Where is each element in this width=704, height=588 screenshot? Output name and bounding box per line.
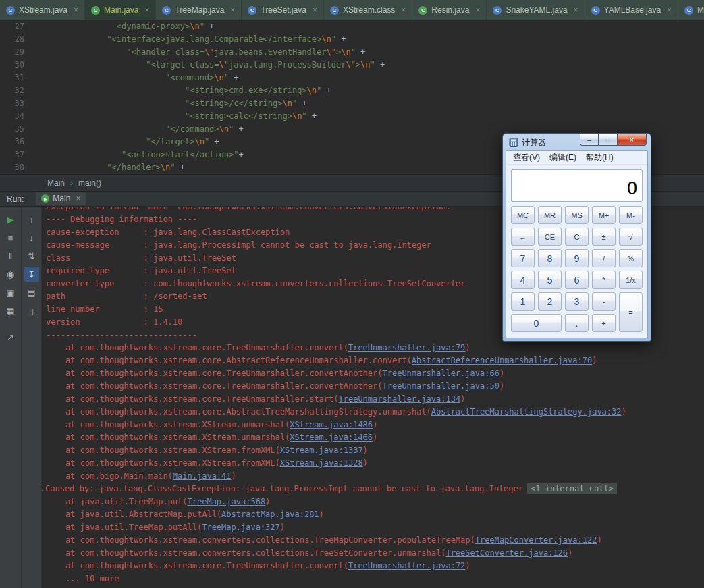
- calc-key-four[interactable]: 4: [511, 271, 535, 289]
- pause-icon[interactable]: ‖: [3, 248, 18, 263]
- calc-key-percent[interactable]: %: [619, 249, 643, 267]
- maximize-button[interactable]: □: [599, 134, 618, 146]
- stack-trace-link[interactable]: AbstractReferenceUnmarshaller.java:70: [412, 356, 592, 365]
- calc-key-backspace[interactable]: ←: [511, 228, 535, 246]
- view-menu[interactable]: 查看(V): [508, 151, 545, 165]
- stack-trace-link[interactable]: AbstractMap.java:281: [221, 510, 319, 519]
- calculator-title: 计算器: [522, 137, 546, 149]
- stack-trace-link[interactable]: XStream.java:1337: [280, 446, 363, 455]
- calc-key-plus[interactable]: +: [592, 314, 616, 332]
- minimize-button[interactable]: –: [580, 134, 599, 146]
- stack-trace-link[interactable]: TreeUnmarshaller.java:72: [348, 561, 465, 570]
- up-stack-icon[interactable]: ↑: [24, 212, 39, 227]
- stderr-text: ): [465, 561, 470, 570]
- calc-key-square-root[interactable]: √: [619, 228, 643, 246]
- run-tab-main[interactable]: ▶ Main ×: [36, 192, 86, 205]
- calc-key-eight[interactable]: 8: [538, 249, 562, 267]
- calc-key-subtract[interactable]: -: [592, 292, 616, 311]
- calc-key-decimal[interactable]: .: [565, 314, 589, 332]
- calc-key-memory-store[interactable]: MS: [565, 206, 589, 224]
- close-button[interactable]: ×: [618, 134, 647, 146]
- calc-key-reciprocal[interactable]: 1/x: [619, 271, 643, 289]
- code-text: "</command>\n" +: [34, 123, 244, 136]
- stack-trace-link[interactable]: TreeUnmarshaller.java:134: [338, 394, 460, 404]
- fold-expand-icon[interactable]: +: [42, 485, 43, 491]
- stack-trace-link[interactable]: TreeSetConverter.java:126: [445, 548, 568, 558]
- calc-key-seven[interactable]: 7: [511, 249, 535, 267]
- tab-label: XStream.class: [343, 5, 395, 15]
- calc-key-six[interactable]: 6: [565, 271, 589, 289]
- close-icon[interactable]: ×: [401, 5, 406, 15]
- stack-trace-link[interactable]: TreeUnmarshaller.java:66: [383, 369, 499, 378]
- editor-tab-yamlbase-java[interactable]: CYAMLBase.java×: [585, 0, 679, 20]
- calculator-body: 查看(V)编辑(E)帮助(H) 0 MCMRMSM+M-←CEC±√789/%4…: [506, 150, 648, 338]
- layout-settings-icon[interactable]: ▦: [3, 303, 18, 318]
- editor-tab-resin-java[interactable]: CResin.java×: [412, 0, 487, 20]
- stack-trace-link[interactable]: XStream.java:1486: [290, 420, 373, 429]
- edit-menu[interactable]: 编辑(E): [545, 151, 581, 165]
- close-icon[interactable]: ×: [74, 5, 78, 15]
- calc-key-two[interactable]: 2: [538, 292, 562, 311]
- close-icon[interactable]: ×: [144, 5, 149, 15]
- calc-key-memory-clear[interactable]: MC: [511, 206, 535, 224]
- breadcrumb-member[interactable]: main(): [78, 178, 101, 188]
- calculator-title-bar[interactable]: 计算器 –□×: [506, 134, 648, 150]
- calc-key-zero[interactable]: 0: [511, 314, 562, 332]
- calc-key-five[interactable]: 5: [538, 271, 562, 289]
- attach-profiler-icon[interactable]: ↗: [3, 329, 18, 344]
- calc-key-equals[interactable]: =: [619, 292, 643, 332]
- calc-key-negate[interactable]: ±: [592, 228, 616, 246]
- stack-trace-link[interactable]: TreeMap.java:327: [202, 523, 280, 532]
- calculator-window[interactable]: 计算器 –□× 查看(V)编辑(E)帮助(H) 0 MCMRMSM+M-←CEC…: [502, 133, 651, 342]
- calc-key-divide[interactable]: /: [592, 249, 616, 267]
- soft-wrap-icon[interactable]: ⇅: [24, 248, 39, 263]
- editor-tab-bar: CXStream.java×CMain.java×CTreeMap.java×C…: [0, 0, 704, 20]
- calc-key-three[interactable]: 3: [565, 292, 589, 311]
- stderr-text: ): [373, 433, 377, 442]
- close-icon[interactable]: ×: [230, 5, 235, 15]
- calc-key-clear[interactable]: C: [565, 228, 589, 246]
- breadcrumb-class[interactable]: Main: [47, 178, 65, 188]
- stack-trace-link[interactable]: TreeUnmarshaller.java:50: [383, 381, 499, 391]
- class-icon: C: [162, 6, 171, 15]
- editor-tab-xstream-java[interactable]: CXStream.java×: [0, 0, 85, 20]
- calc-key-memory-add[interactable]: M+: [592, 206, 616, 224]
- stack-trace-link[interactable]: XStream.java:1328: [280, 458, 363, 468]
- close-icon[interactable]: ×: [475, 5, 480, 15]
- stack-trace-link[interactable]: TreeMap.java:568: [188, 497, 266, 506]
- editor-tab-snakeyaml-java[interactable]: CSnakeYAML.java×: [487, 0, 585, 20]
- calc-key-clear-entry[interactable]: CE: [538, 228, 562, 246]
- editor-tab-main-java[interactable]: CMain.java×: [85, 0, 156, 20]
- rerun-icon[interactable]: ▶: [3, 212, 18, 227]
- close-icon[interactable]: ×: [574, 5, 578, 15]
- stop-icon[interactable]: ■: [3, 230, 18, 245]
- down-stack-icon[interactable]: ↓: [24, 230, 39, 245]
- calc-key-one[interactable]: 1: [511, 292, 535, 311]
- stderr-text: converter-type : com.thoughtworks.xstrea…: [46, 279, 465, 288]
- stack-trace-link[interactable]: AbstractTreeMarshallingStrategy.java:32: [431, 407, 622, 417]
- stderr-text: at com.thoughtworks.xstream.core.TreeUnm…: [46, 394, 338, 404]
- print-icon[interactable]: ▤: [24, 285, 39, 300]
- calc-key-memory-subtract[interactable]: M-: [619, 206, 643, 224]
- dump-threads-icon[interactable]: ◉: [3, 267, 18, 282]
- close-icon[interactable]: ×: [667, 5, 672, 15]
- restore-layout-icon[interactable]: ▣: [3, 285, 18, 300]
- editor-tab-xstream-class[interactable]: CXStream.class×: [324, 0, 412, 20]
- close-icon[interactable]: ×: [76, 194, 80, 203]
- stack-trace-link[interactable]: Main.java:41: [173, 471, 232, 481]
- stack-trace-link[interactable]: TreeUnmarshaller.java:79: [348, 343, 465, 352]
- help-menu[interactable]: 帮助(H): [581, 151, 618, 165]
- scroll-to-end-icon[interactable]: ↧: [24, 267, 39, 282]
- calc-key-nine[interactable]: 9: [565, 249, 589, 267]
- editor-tab-treemap-java[interactable]: CTreeMap.java×: [156, 0, 242, 20]
- calc-key-memory-recall[interactable]: MR: [538, 206, 562, 224]
- close-icon[interactable]: ×: [313, 5, 317, 15]
- calc-key-multiply[interactable]: *: [592, 271, 616, 289]
- editor-tab-ma[interactable]: CMa×: [678, 0, 704, 20]
- editor-tab-treeset-java[interactable]: CTreeSet.java×: [242, 0, 324, 20]
- console-line: at com.thoughtworks.xstream.core.Abstrac…: [46, 406, 704, 419]
- calculator-display: 0: [511, 169, 643, 202]
- stack-trace-link[interactable]: XStream.java:1466: [290, 433, 373, 442]
- stack-trace-link[interactable]: TreeMapConverter.java:122: [475, 535, 597, 545]
- clear-console-icon[interactable]: ▯: [24, 303, 39, 318]
